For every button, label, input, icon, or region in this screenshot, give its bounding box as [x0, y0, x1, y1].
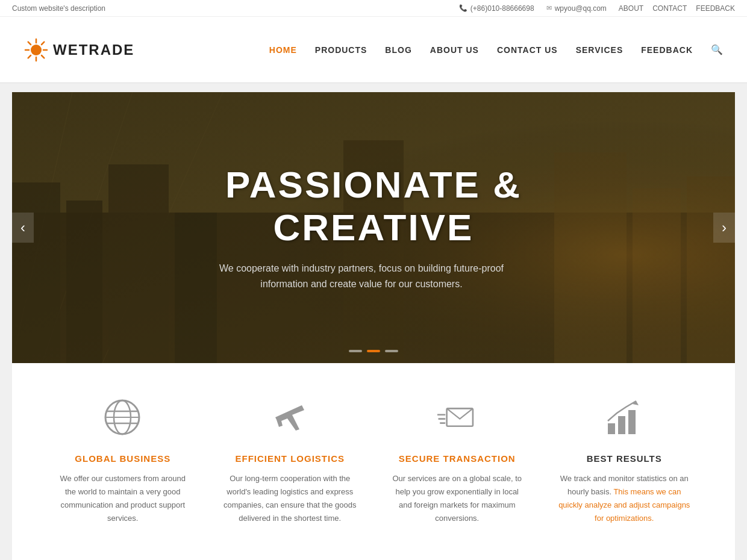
logo-sun-icon — [24, 38, 48, 62]
nav-blog[interactable]: BLOG — [385, 45, 411, 55]
svg-rect-32 — [618, 416, 625, 434]
contact-link[interactable]: CONTACT — [652, 4, 687, 13]
nav-contact-us[interactable]: CONTACT US — [497, 45, 558, 55]
svg-rect-31 — [608, 423, 615, 434]
phone-icon: 📞 — [459, 4, 467, 12]
feature-secure-transaction: SECURE TRANSACTION Our services are on a… — [383, 387, 532, 531]
main-nav: HOME PRODUCTS BLOG ABOUT US CONTACT US S… — [269, 44, 723, 55]
features-section: GLOBAL BUSINESS We offer our customers f… — [12, 363, 735, 560]
hero-title: PASSIONATE & CREATIVE — [193, 163, 554, 249]
hero-next-button[interactable]: › — [713, 213, 735, 243]
logo[interactable]: WETRADE — [24, 38, 134, 62]
search-icon[interactable]: 🔍 — [711, 44, 723, 55]
svg-line-6 — [42, 55, 44, 58]
phone-number: (+86)010-88666698 — [470, 4, 534, 13]
email-address: wpyou@qq.com — [555, 4, 607, 13]
global-business-desc: We offer our customers from around the w… — [54, 472, 192, 525]
hero-dot-3[interactable] — [385, 350, 398, 352]
hero-slider: PASSIONATE & CREATIVE We cooperate with … — [12, 92, 735, 363]
svg-line-5 — [28, 42, 31, 44]
hero-dot-1[interactable] — [349, 350, 362, 352]
nav-home[interactable]: HOME — [269, 45, 297, 55]
globe-icon — [54, 393, 192, 441]
hero-dot-2[interactable] — [367, 350, 380, 352]
top-bar: Custom website's description 📞 (+86)010-… — [0, 0, 747, 17]
secure-transaction-desc: Our services are on a global scale, to h… — [389, 472, 526, 525]
nav-about-us[interactable]: ABOUT US — [430, 45, 479, 55]
header: WETRADE HOME PRODUCTS BLOG ABOUT US CONT… — [0, 17, 747, 83]
svg-point-0 — [31, 45, 42, 55]
nav-services[interactable]: SERVICES — [576, 45, 624, 55]
svg-rect-33 — [628, 410, 636, 434]
global-business-title: GLOBAL BUSINESS — [54, 453, 192, 464]
svg-line-7 — [42, 42, 44, 44]
logo-text: WETRADE — [53, 42, 134, 58]
phone-contact: 📞 (+86)010-88666698 — [459, 4, 534, 13]
email-contact: ✉ wpyou@qq.com — [546, 4, 607, 13]
about-link[interactable]: ABOUT — [619, 4, 643, 13]
best-results-desc: We track and monitor statistics on an ho… — [556, 472, 693, 525]
secure-transaction-title: SECURE TRANSACTION — [389, 453, 526, 464]
hero-prev-button[interactable]: ‹ — [12, 213, 34, 243]
efficient-logistics-desc: Our long-term cooperation with the world… — [222, 472, 359, 525]
efficient-logistics-title: EFFICIENT LOGISTICS — [222, 453, 359, 464]
feature-efficient-logistics: EFFICIENT LOGISTICS Our long-term cooper… — [216, 387, 365, 531]
features-grid: GLOBAL BUSINESS We offer our customers f… — [48, 387, 699, 531]
email-icon: ✉ — [546, 4, 552, 12]
nav-products[interactable]: PRODUCTS — [315, 45, 367, 55]
feature-global-business: GLOBAL BUSINESS We offer our customers f… — [48, 387, 198, 531]
top-bar-links: ABOUT CONTACT FEEDBACK — [619, 4, 735, 13]
hero-content: PASSIONATE & CREATIVE We cooperate with … — [193, 163, 554, 291]
hero-subtitle: We cooperate with industry partners, foc… — [193, 261, 530, 291]
top-bar-right: 📞 (+86)010-88666698 ✉ wpyou@qq.com ABOUT… — [459, 4, 735, 13]
nav-feedback[interactable]: FEEDBACK — [641, 45, 693, 55]
feature-best-results: Best Results We track and monitor statis… — [550, 387, 699, 531]
plane-icon — [222, 393, 359, 441]
mail-speed-icon — [389, 393, 526, 441]
page-wrapper: Custom website's description 📞 (+86)010-… — [0, 0, 747, 560]
site-description: Custom website's description — [12, 4, 105, 13]
hero-dots — [349, 350, 398, 352]
best-results-title: Best Results — [556, 453, 693, 464]
feedback-link[interactable]: FEEDBACK — [696, 4, 735, 13]
chart-icon — [556, 393, 693, 441]
svg-line-8 — [28, 55, 31, 58]
